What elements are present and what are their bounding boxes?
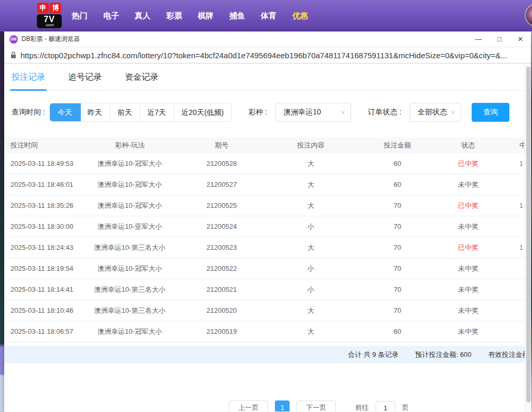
table-cell: 21200527 xyxy=(176,181,268,188)
table-cell: 澳洲幸运10-第三名大小 xyxy=(84,243,176,252)
window-titlebar: DB DB彩票 - 极速浏览器 — □ ✕ xyxy=(4,31,531,47)
table-cell: 2025-03-11 18:19:54 xyxy=(4,265,84,272)
site-logo[interactable]: 申 博 7V .com xyxy=(37,3,62,28)
table-cell: 2025-03-11 18:46:01 xyxy=(4,181,84,188)
logo-char-2: 博 xyxy=(50,3,61,13)
time-option-今天[interactable]: 今天 xyxy=(49,103,81,122)
lottery-select-value: 澳洲幸运10 xyxy=(283,108,321,117)
time-option-近20天(低频)[interactable]: 近20天(低频) xyxy=(174,103,231,121)
scrollbar-thumb[interactable] xyxy=(526,67,530,403)
next-page-button[interactable]: 下一页 xyxy=(296,400,336,411)
query-button[interactable]: 查询 xyxy=(472,103,509,122)
table-cell: 澳洲幸运10-冠军大小 xyxy=(84,327,176,336)
chevron-down-icon: ∨ xyxy=(451,109,455,115)
table-cell: 澳洲幸运10-冠军大小 xyxy=(84,201,176,210)
lock-icon xyxy=(10,51,16,59)
table-cell: 未中奖 xyxy=(441,180,496,189)
nav-item-捕鱼[interactable]: 捕鱼 xyxy=(229,11,245,21)
table-cell: 小 xyxy=(268,222,354,231)
address-bar[interactable]: https://ctop02pchwp1.zfnc84.com/lottery/… xyxy=(4,47,531,64)
table-cell: 澳洲幸运10-冠军大小 xyxy=(84,264,176,273)
tab-资金记录[interactable]: 资金记录 xyxy=(125,64,158,91)
column-header: 投注内容 xyxy=(268,141,354,150)
record-tabs: 投注记录追号记录资金记录 xyxy=(4,64,531,91)
nav-item-体育[interactable]: 体育 xyxy=(261,11,276,21)
page-content: 投注记录追号记录资金记录 查询时间 : 今天昨天前天近7天近20天(低频) 彩种… xyxy=(4,64,531,411)
table-cell: 2025-03-11 18:30:00 xyxy=(4,223,84,230)
table-header: 投注时间彩种-玩法期号投注内容投注金额状态中奖金额 xyxy=(4,138,531,153)
table-cell: 未中奖 xyxy=(441,327,496,336)
table-cell: 未中奖 xyxy=(441,222,496,231)
table-cell: 70 xyxy=(354,244,441,251)
goto-label: 前往 xyxy=(355,403,369,411)
nav-item-棋牌[interactable]: 棋牌 xyxy=(198,11,214,21)
lottery-select[interactable]: 澳洲幸运10 ∨ xyxy=(275,103,351,122)
table-row: 2025-03-11 18:06:57澳洲幸运10-冠军大小21200519大6… xyxy=(4,321,531,342)
table-cell: 小 xyxy=(268,285,354,294)
table-cell: 大 xyxy=(268,180,354,189)
table-cell: 21200523 xyxy=(176,244,268,251)
table-cell: 未中奖 xyxy=(441,306,496,315)
order-status-label: 订单状态 : xyxy=(368,108,401,117)
table-cell: 未中奖 xyxy=(441,264,496,273)
time-option-昨天[interactable]: 昨天 xyxy=(80,103,110,121)
table-cell: 大 xyxy=(268,201,354,210)
table-row: 2025-03-11 18:24:43澳洲幸运10-第三名大小21200523大… xyxy=(4,237,531,258)
close-button[interactable]: ✕ xyxy=(516,35,525,44)
table-cell: 大 xyxy=(268,327,354,336)
site-topbar: 申 博 7V .com 热门电子真人彩票棋牌捕鱼体育优惠 xyxy=(0,0,532,31)
nav-item-优惠[interactable]: 优惠 xyxy=(292,11,308,21)
pagination: 上一页 1 下一页 前往 页 xyxy=(229,400,409,411)
prev-page-button[interactable]: 上一页 xyxy=(229,400,268,411)
table-cell: 大 xyxy=(268,306,354,315)
table-row: 2025-03-11 18:14:41澳洲幸运10-第三名大小21200521小… xyxy=(4,279,531,300)
time-option-近7天[interactable]: 近7天 xyxy=(140,103,174,121)
time-filter-label: 查询时间 : xyxy=(12,108,45,117)
current-page-button[interactable]: 1 xyxy=(275,400,290,411)
lottery-filter-label: 彩种 : xyxy=(248,108,267,117)
user-avatar[interactable] xyxy=(525,4,532,27)
order-status-select[interactable]: 全部状态 ∨ xyxy=(410,103,461,122)
column-header: 投注金额 xyxy=(354,141,441,150)
filter-bar: 查询时间 : 今天昨天前天近7天近20天(低频) 彩种 : 澳洲幸运10 ∨ 订… xyxy=(12,103,531,122)
nav-item-真人[interactable]: 真人 xyxy=(135,11,151,21)
table-cell: 70 xyxy=(354,286,441,293)
column-header: 期号 xyxy=(176,141,268,150)
order-status-value: 全部状态 xyxy=(418,108,447,117)
table-cell: 70 xyxy=(354,265,441,272)
table-cell: 澳洲幸运10-第三名大小 xyxy=(84,306,176,315)
table-cell: 澳洲幸运10-亚军大小 xyxy=(84,222,176,231)
table-cell: 21200525 xyxy=(176,202,268,209)
table-cell: 70 xyxy=(354,202,441,209)
time-filter-group: 今天昨天前天近7天近20天(低频) xyxy=(49,103,232,122)
table-cell: 21200528 xyxy=(176,160,268,167)
table-body: 2025-03-11 18:49:53澳洲幸运10-冠军大小21200528大6… xyxy=(4,153,531,342)
maximize-button[interactable]: □ xyxy=(495,35,504,44)
table-cell: 60 xyxy=(354,181,441,188)
tab-投注记录[interactable]: 投注记录 xyxy=(12,64,45,91)
nav-item-热门[interactable]: 热门 xyxy=(72,11,88,21)
table-cell: 已中奖 xyxy=(441,159,496,168)
summary-bar: 合计 共 9 条记录 预计投注金额: 600 有效投注金额: xyxy=(4,346,531,363)
table-row: 2025-03-11 18:35:26澳洲幸运10-冠军大小21200525大7… xyxy=(4,195,531,216)
tab-追号记录[interactable]: 追号记录 xyxy=(68,64,102,91)
vertical-scrollbar[interactable] xyxy=(525,64,531,411)
window-favicon: DB xyxy=(9,35,18,44)
table-cell: 60 xyxy=(354,328,441,335)
table-cell: 70 xyxy=(354,307,441,314)
nav-item-电子[interactable]: 电子 xyxy=(103,11,119,21)
minimize-button[interactable]: — xyxy=(474,35,483,44)
table-cell: 2025-03-11 18:49:53 xyxy=(4,160,84,167)
bet-records-table: 投注时间彩种-玩法期号投注内容投注金额状态中奖金额 2025-03-11 18:… xyxy=(4,138,531,342)
time-option-前天[interactable]: 前天 xyxy=(110,103,140,121)
window-title: DB彩票 - 极速浏览器 xyxy=(22,35,80,44)
table-cell: 21200524 xyxy=(176,223,268,230)
goto-page-input[interactable] xyxy=(376,401,395,412)
table-cell: 2025-03-11 18:35:26 xyxy=(4,202,84,209)
top-nav: 热门电子真人彩票棋牌捕鱼体育优惠 xyxy=(72,0,308,31)
table-cell: 21200522 xyxy=(176,265,268,272)
table-cell: 澳洲幸运10-冠军大小 xyxy=(84,159,176,168)
nav-item-彩票[interactable]: 彩票 xyxy=(166,11,182,21)
table-cell: 澳洲幸运10-第三名大小 xyxy=(84,285,176,294)
column-header: 状态 xyxy=(441,141,496,150)
